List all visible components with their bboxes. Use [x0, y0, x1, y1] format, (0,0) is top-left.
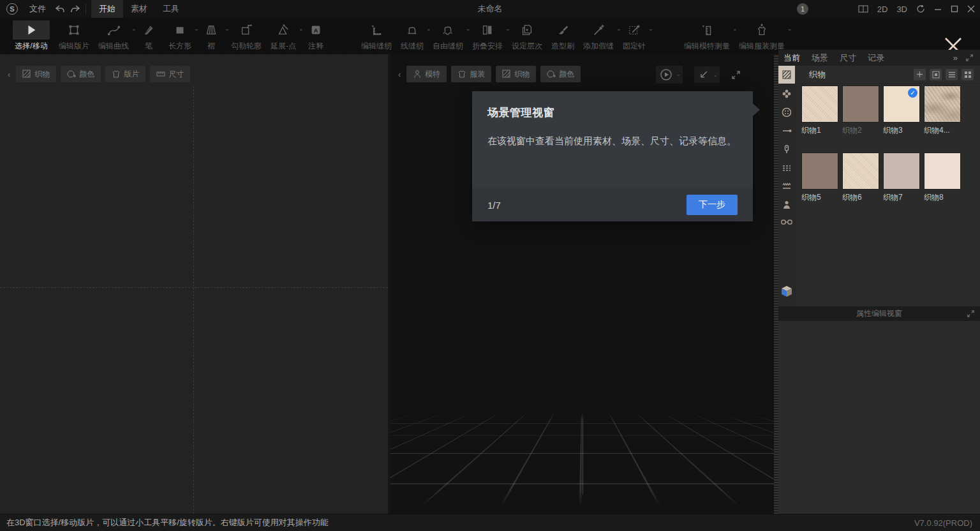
menubar: S 文件 开始 素材 工具 未命名 1 2D 3D — [0, 0, 980, 18]
fabric-category-selected[interactable] — [778, 66, 795, 84]
fabric-thumbnail[interactable] — [883, 153, 920, 190]
app-version: V7.0.92(PROD) — [914, 518, 972, 528]
fabric-thumbnail[interactable] — [801, 153, 838, 190]
3d-tab-garment[interactable]: 服装 — [451, 66, 491, 82]
sync-icon[interactable] — [916, 4, 925, 13]
property-editor-header[interactable]: 属性编辑视窗 — [778, 306, 980, 321]
tab-size[interactable]: 尺寸 — [840, 52, 856, 64]
add-fabric-icon[interactable] — [914, 69, 926, 80]
tool-edit-pattern[interactable]: 编辑版片 — [55, 18, 93, 52]
pattern-2d-viewport[interactable]: ‹ 织物 颜色 版片 — [0, 54, 388, 514]
fabric-swatch[interactable]: 织物5 — [801, 153, 838, 203]
statusbar: 在3D窗口选择/移动版片，可以通过小工具平移/旋转版片。右键版片可使用对其操作功… — [0, 514, 980, 531]
list-view-icon[interactable] — [946, 69, 958, 80]
shirring-icon[interactable] — [782, 181, 792, 191]
button-icon[interactable] — [782, 107, 792, 117]
chevron-down-icon[interactable]: ⌄ — [648, 26, 653, 32]
fabric-swatch[interactable]: 织物8 — [924, 153, 961, 203]
pin-icon[interactable] — [782, 126, 792, 136]
tool-free-sewing[interactable]: 自由缝纫 ⌄ — [429, 18, 467, 52]
fabric-swatch[interactable]: 织物1 — [801, 86, 838, 136]
expand-icon[interactable] — [967, 310, 975, 318]
scene-3d-cube-icon[interactable] — [781, 285, 792, 297]
scene-manager-tabs: 当前 场景 尺寸 记录 » — [778, 50, 980, 66]
tool-edit-sewing[interactable]: 编辑缝纫 — [357, 18, 396, 52]
tool-rectangle[interactable]: 长方形 ⌄ — [165, 18, 195, 52]
2d-tab-color[interactable]: 颜色 — [61, 66, 101, 82]
2d-tab-fabric[interactable]: 织物 — [16, 66, 56, 82]
fabric-name: 织物4... — [924, 125, 961, 136]
3d-tab-color[interactable]: 颜色 — [540, 66, 581, 82]
fabric-thumbnail[interactable] — [924, 153, 961, 190]
tool-pleat[interactable]: 褶 ⌄ — [197, 18, 226, 52]
tool-edit-curve[interactable]: 编辑曲线 ⌄ — [94, 18, 133, 52]
buckle-icon[interactable] — [781, 218, 792, 226]
tool-styling-brush[interactable]: 造型刷 — [547, 18, 578, 52]
fabric-thumbnail[interactable] — [842, 153, 879, 190]
tool-extend-point[interactable]: 延展-点 ⌄ — [267, 18, 300, 52]
tab-scene[interactable]: 场景 — [812, 52, 828, 64]
fold-arrange-icon — [477, 20, 498, 40]
avatar-icon[interactable] — [782, 200, 792, 210]
fabric-name: 织物1 — [801, 125, 838, 136]
fabric-thumbnail[interactable] — [801, 86, 838, 123]
undo-icon[interactable] — [55, 4, 65, 13]
minimize-button[interactable] — [934, 5, 942, 13]
topstitch-icon[interactable] — [782, 163, 792, 173]
tab-record[interactable]: 记录 — [868, 52, 884, 64]
split-view-icon[interactable] — [858, 5, 868, 13]
fabric-thumbnail[interactable]: ✓ — [883, 86, 920, 123]
toolbar: 选择/移动 编辑版片 编辑曲线 ⌄ 笔 长方形 ⌄ — [0, 18, 980, 54]
gizmo-mode-button[interactable]: ⌄ — [694, 66, 720, 83]
zipper-icon[interactable] — [782, 144, 792, 154]
maximize-button[interactable] — [951, 5, 958, 13]
fabric-swatch[interactable]: 织物7 — [883, 153, 920, 203]
right-panel-resize-handle[interactable] — [774, 54, 778, 514]
chevron-down-icon[interactable]: ⌄ — [787, 26, 792, 32]
next-step-button[interactable]: 下一步 — [687, 195, 738, 215]
tool-set-layer[interactable]: 设定层次 — [508, 18, 546, 52]
2d-tab-size[interactable]: 尺寸 — [150, 66, 190, 82]
expand-icon[interactable] — [965, 54, 974, 62]
trim-icon[interactable] — [782, 89, 792, 99]
tool-edit-garment-measure[interactable]: 编辑服装测量 ⌄ — [735, 18, 789, 52]
tool-fold-arrange[interactable]: 折叠安排 ⌄ — [468, 18, 507, 52]
copy-fabric-icon[interactable] — [930, 69, 942, 80]
menu-tab-start[interactable]: 开始 — [91, 0, 123, 18]
tab-current[interactable]: 当前 — [783, 52, 800, 64]
chevron-left-icon[interactable]: ‹ — [398, 70, 401, 79]
tool-add-basting[interactable]: 添加假缝 ⌄ — [579, 18, 618, 52]
view-2d-button[interactable]: 2D — [877, 4, 888, 14]
tool-line-sewing[interactable]: 线缝纫 ⌄ — [397, 18, 427, 52]
simulate-button[interactable]: ⌄ — [656, 66, 683, 84]
fabric-library: 织物1 织物2 ✓ 织物3 织物4... — [778, 84, 980, 273]
menu-tab-tools[interactable]: 工具 — [155, 0, 187, 18]
chevron-left-icon[interactable]: ‹ — [8, 70, 10, 79]
expand-icon[interactable] — [731, 70, 741, 80]
fabric-swatch[interactable]: 织物4... — [924, 86, 961, 136]
fabric-swatch[interactable]: 织物2 — [842, 86, 879, 136]
tool-pen[interactable]: 笔 — [134, 18, 163, 52]
tool-select-move[interactable]: 选择/移动 — [9, 18, 54, 52]
redo-icon[interactable] — [70, 4, 80, 13]
tool-edit-avatar-measure[interactable]: 编辑模特测量 ⌄ — [680, 18, 734, 52]
tool-fixed-pin[interactable]: 固定针 ⌄ — [619, 18, 650, 52]
3d-tab-avatar[interactable]: 模特 — [406, 66, 447, 82]
view-3d-button[interactable]: 3D — [896, 4, 907, 14]
chevron-down-icon[interactable]: ⌄ — [676, 71, 681, 77]
fabric-thumbnail[interactable] — [842, 86, 879, 123]
chevron-down-icon[interactable]: ⌄ — [713, 71, 718, 78]
fabric-swatch[interactable]: ✓ 织物3 — [883, 86, 920, 136]
collapse-panel-icon[interactable]: » — [953, 53, 958, 63]
notification-badge[interactable]: 1 — [797, 3, 808, 15]
3d-tab-fabric[interactable]: 织物 — [496, 66, 536, 82]
tool-trace-outline[interactable]: 勾勒轮廓 — [227, 18, 265, 52]
menu-tab-material[interactable]: 素材 — [123, 0, 155, 18]
fabric-thumbnail[interactable] — [924, 86, 961, 123]
fabric-swatch[interactable]: 织物6 — [842, 153, 879, 203]
menu-file[interactable]: 文件 — [26, 1, 50, 17]
2d-tab-pattern[interactable]: 版片 — [105, 66, 145, 82]
close-button[interactable] — [967, 5, 975, 13]
tool-annotation[interactable]: A 注释 — [301, 18, 330, 52]
grid-view-icon[interactable] — [961, 69, 974, 80]
